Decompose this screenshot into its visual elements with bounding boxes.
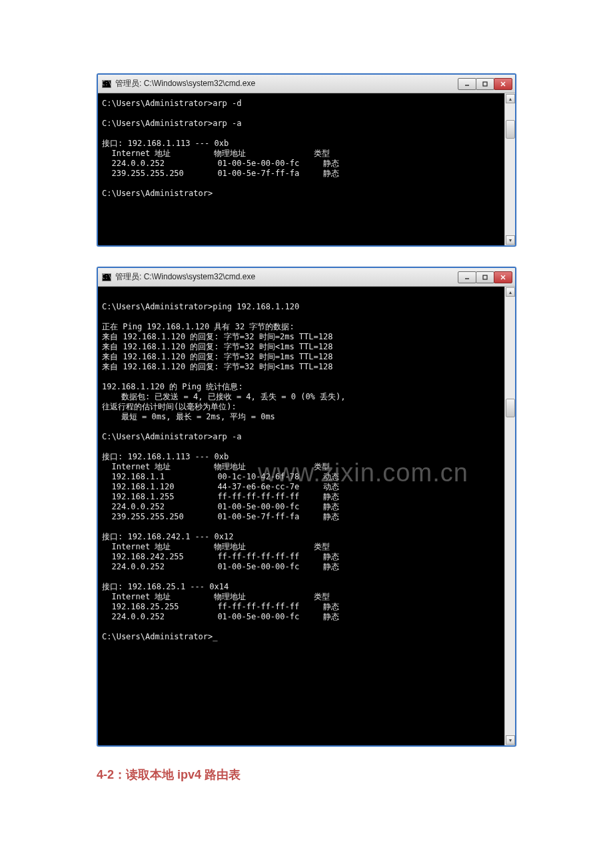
- maximize-button[interactable]: [476, 271, 494, 283]
- window-title: 管理员: C:\Windows\system32\cmd.exe: [115, 78, 458, 89]
- scroll-up-button[interactable]: ▴: [506, 94, 515, 103]
- close-button[interactable]: [494, 78, 512, 90]
- scroll-down-button[interactable]: ▾: [506, 735, 515, 745]
- terminal-output: C:\Users\Administrator>arp -d C:\Users\A…: [102, 99, 502, 219]
- scrollbar[interactable]: ▴ ▾: [504, 93, 515, 245]
- window-buttons: [458, 271, 512, 283]
- terminal-output: C:\Users\Administrator>ping 192.168.1.12…: [102, 292, 502, 662]
- scroll-thumb[interactable]: [506, 120, 515, 139]
- scrollbar[interactable]: ▴ ▾: [504, 287, 515, 745]
- minimize-button[interactable]: [458, 78, 476, 90]
- cmd-window-2: C:\ 管理员: C:\Windows\system32\cmd.exe C:\…: [97, 267, 516, 747]
- window-buttons: [458, 78, 512, 90]
- cmd-window-1: C:\ 管理员: C:\Windows\system32\cmd.exe C:\…: [97, 73, 516, 247]
- cmd-icon: C:\: [102, 273, 111, 281]
- svg-rect-5: [483, 275, 487, 279]
- terminal-body: C:\Users\Administrator>arp -d C:\Users\A…: [98, 93, 515, 245]
- cmd-icon: C:\: [102, 80, 111, 88]
- terminal-body: C:\Users\Administrator>ping 192.168.1.12…: [98, 287, 515, 745]
- scroll-down-button[interactable]: ▾: [506, 235, 515, 245]
- window-title: 管理员: C:\Windows\system32\cmd.exe: [115, 271, 458, 283]
- maximize-button[interactable]: [476, 78, 494, 90]
- close-button[interactable]: [494, 271, 512, 283]
- scroll-thumb[interactable]: [506, 399, 515, 417]
- scroll-up-button[interactable]: ▴: [506, 287, 515, 297]
- section-heading: 4-2：读取本地 ipv4 路由表: [97, 767, 516, 783]
- titlebar[interactable]: C:\ 管理员: C:\Windows\system32\cmd.exe: [98, 75, 515, 93]
- svg-rect-1: [483, 82, 487, 86]
- minimize-button[interactable]: [458, 271, 476, 283]
- titlebar[interactable]: C:\ 管理员: C:\Windows\system32\cmd.exe: [98, 268, 515, 287]
